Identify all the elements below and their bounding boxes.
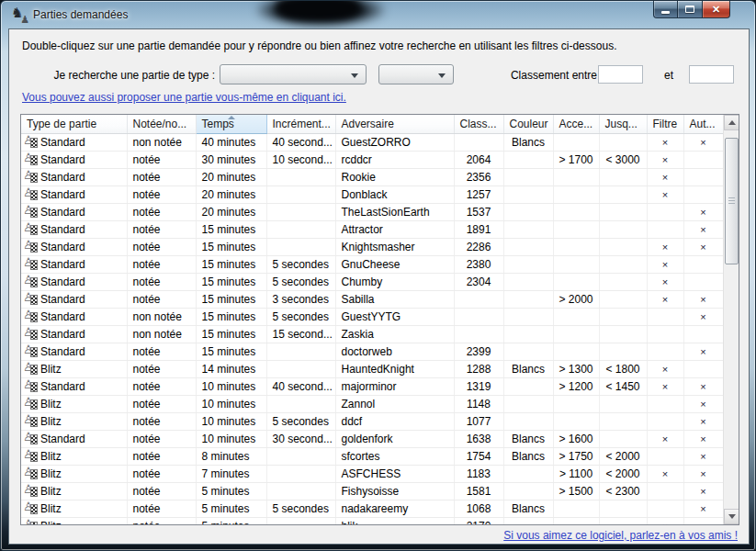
column-header[interactable]: Adversaire	[335, 115, 454, 133]
table-row[interactable]: ♙ Blitz notée 5 minutes 5 secondes nadak…	[21, 500, 723, 517]
color-cell	[503, 238, 553, 255]
adversary-cell: ASFCHESS	[335, 465, 454, 482]
game-type-cell: Standard	[40, 433, 85, 445]
rating-above-cell: > 1700	[553, 151, 599, 168]
rating-below-cell	[599, 395, 647, 412]
adversary-cell: doctorweb	[335, 343, 454, 360]
rating-cell: 2170	[454, 517, 503, 524]
increment-cell: 5 secondes	[266, 500, 335, 517]
rated-cell: notée	[127, 186, 196, 203]
scroll-down-button[interactable]	[724, 509, 739, 524]
color-cell	[503, 151, 553, 168]
column-header[interactable]: Couleur	[503, 115, 553, 133]
chess-pieces-app-icon: ♞ ♟	[11, 6, 28, 23]
column-header[interactable]: Class...	[454, 115, 503, 133]
rating-above-cell: > 1600	[553, 430, 599, 447]
aut-cell: ×	[683, 343, 723, 360]
vertical-scrollbar[interactable]	[723, 115, 739, 524]
rating-cell: 1581	[454, 482, 503, 500]
table-row[interactable]: ♙ Blitz notée 5 minutes blik 2170	[21, 517, 723, 524]
increment-cell: 5 secondes	[266, 255, 335, 273]
window-title: Parties demandées	[33, 8, 128, 21]
rated-cell: non notée	[127, 308, 196, 325]
table-row[interactable]: ♙ Standard notée 30 minutes 10 second...…	[21, 151, 723, 168]
column-header[interactable]: Notée/no...	[127, 115, 196, 133]
table-row[interactable]: ♙ Standard notée 10 minutes 40 second...…	[21, 377, 723, 395]
column-header[interactable]: Temps	[196, 115, 266, 133]
checkerboard-icon	[30, 155, 38, 165]
secondary-filter-combobox[interactable]	[378, 64, 454, 84]
rated-cell: notée	[127, 500, 196, 517]
table-row[interactable]: ♙ Standard non notée 40 minutes 40 secon…	[21, 133, 723, 151]
aut-cell: ×	[683, 447, 723, 465]
close-button[interactable]: ✕	[703, 1, 730, 18]
increment-cell	[266, 220, 335, 238]
share-link[interactable]: Si vous aimez ce logiciel, parlez-en à v…	[503, 529, 738, 542]
table-row[interactable]: ♙ Standard non notée 15 minutes 5 second…	[21, 308, 723, 325]
table-row[interactable]: ♙ Blitz notée 14 minutes HauntedKnight 1…	[21, 360, 723, 377]
rating-above-cell	[553, 220, 599, 238]
chess-pawn-icon: ♙	[24, 433, 38, 445]
table-row[interactable]: ♙ Blitz notée 7 minutes ASFCHESS 1183	[21, 465, 723, 482]
time-cell: 15 minutes	[196, 255, 266, 273]
increment-cell: 40 second...	[266, 133, 335, 151]
rating-above-cell	[553, 308, 599, 325]
table-row[interactable]: ♙ Blitz notée 8 minutes sfcortes 1754 Bl…	[21, 447, 723, 465]
filtre-cell: ×	[647, 430, 683, 447]
rated-cell: notée	[127, 430, 196, 447]
checkerboard-icon	[30, 277, 38, 287]
rating-cell: 1537	[454, 203, 503, 220]
table-row[interactable]: ♙ Standard notée 15 minutes 5 secondes G…	[21, 255, 723, 273]
rating-cell: 2286	[454, 238, 503, 255]
rating-max-input[interactable]	[689, 65, 734, 84]
table-row[interactable]: ♙ Standard notée 15 minutes doctorweb 23…	[21, 343, 723, 360]
table-row[interactable]: ♙ Standard notée 20 minutes TheLastSionE…	[21, 203, 723, 220]
rating-below-cell	[599, 325, 647, 343]
filtre-cell: ×	[647, 377, 683, 395]
time-cell: 30 minutes	[196, 151, 266, 168]
column-header[interactable]: Aut...	[683, 115, 723, 133]
minimize-button[interactable]	[653, 1, 678, 18]
table-row[interactable]: ♙ Blitz notée 10 minutes Zannol 1148	[21, 395, 723, 412]
rating-cell: 1148	[454, 395, 503, 412]
column-header[interactable]: Acce...	[553, 115, 599, 133]
column-header[interactable]: Type de partie	[21, 115, 127, 133]
table-row[interactable]: ♙ Standard non notée 15 minutes 15 secon…	[21, 325, 723, 343]
rating-above-cell	[553, 325, 599, 343]
adversary-cell: GuestZORRO	[335, 133, 454, 151]
window-frame: ♞ ♟ Parties demandées ✕ Double-cliquez s…	[0, 0, 756, 551]
rating-below-cell	[599, 517, 647, 524]
table-row[interactable]: ♙ Standard notée 20 minutes Rookie 2356	[21, 168, 723, 186]
rating-below-cell	[599, 133, 647, 151]
table-row[interactable]: ♙ Standard notée 15 minutes 3 secondes S…	[21, 290, 723, 308]
table-row[interactable]: ♙ Standard notée 15 minutes Knightsmashe…	[21, 238, 723, 255]
time-cell: 7 minutes	[196, 465, 266, 482]
table-row[interactable]: ♙ Standard notée 15 minutes Attractor 18…	[21, 220, 723, 238]
column-header[interactable]: Filtre	[647, 115, 683, 133]
game-type-combobox[interactable]	[220, 64, 367, 84]
propose-game-link[interactable]: Vous pouvez aussi proposer une partie vo…	[22, 91, 346, 104]
rating-min-input[interactable]	[598, 65, 643, 84]
increment-cell: 5 secondes	[266, 308, 335, 325]
rating-above-cell: > 1500	[553, 482, 599, 500]
maximize-button[interactable]	[678, 1, 703, 18]
table-row[interactable]: ♙ Standard notée 20 minutes Donblack 125…	[21, 186, 723, 203]
scrollbar-thumb[interactable]	[725, 138, 739, 264]
filtre-cell	[647, 482, 683, 500]
table-row[interactable]: ♙ Standard notée 10 minutes 30 second...…	[21, 430, 723, 447]
rating-cell	[454, 133, 503, 151]
filter-row: Je recherche une partie de type : Classe…	[9, 64, 749, 88]
close-icon: ✕	[712, 5, 720, 15]
adversary-cell: rcddcr	[335, 151, 454, 168]
aut-cell: ×	[683, 220, 723, 238]
table-row[interactable]: ♙ Standard notée 15 minutes 5 secondes C…	[21, 273, 723, 290]
scroll-up-button[interactable]	[724, 115, 739, 130]
aut-cell	[683, 273, 723, 290]
table-row[interactable]: ♙ Blitz notée 10 minutes 5 secondes ddcf…	[21, 412, 723, 430]
color-cell	[503, 377, 553, 395]
column-header[interactable]: Incrément...	[266, 115, 335, 133]
color-cell	[503, 517, 553, 524]
column-header[interactable]: Jusq...	[599, 115, 647, 133]
increment-cell: 15 second...	[266, 325, 335, 343]
table-row[interactable]: ♙ Blitz notée 5 minutes Fishysoisse 1581	[21, 482, 723, 500]
